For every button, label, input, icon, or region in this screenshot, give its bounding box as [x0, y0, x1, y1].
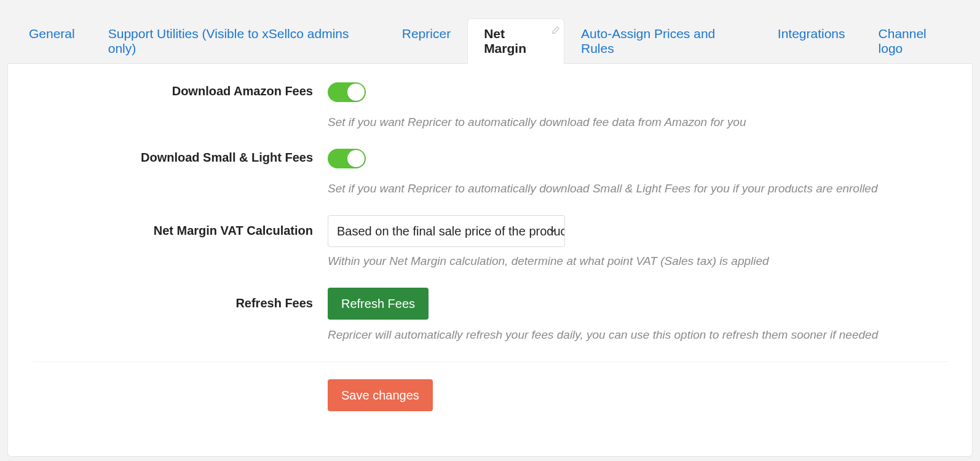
refresh-fees-button[interactable]: Refresh Fees: [328, 288, 429, 320]
tabs-bar: General Support Utilities (Visible to xS…: [0, 0, 980, 64]
tab-channel-logo[interactable]: Channel logo: [862, 18, 968, 64]
helper-download-small-light-fees: Set if you want Repricer to automaticall…: [328, 182, 947, 195]
select-vat-calc[interactable]: Based on the final sale price of the pro…: [328, 215, 565, 247]
label-vat-calc: Net Margin VAT Calculation: [154, 224, 313, 237]
tab-support-utilities[interactable]: Support Utilities (Visible to xSellco ad…: [92, 18, 385, 64]
helper-download-amazon-fees: Set if you want Repricer to automaticall…: [328, 116, 947, 129]
row-save: Save changes: [33, 379, 947, 411]
label-refresh-fees: Refresh Fees: [235, 296, 313, 310]
row-download-amazon-fees: Download Amazon Fees Set if you want Rep…: [33, 82, 947, 129]
tab-net-margin[interactable]: Net Margin: [467, 18, 564, 64]
save-button[interactable]: Save changes: [328, 379, 433, 411]
tab-integrations[interactable]: Integrations: [761, 18, 862, 64]
label-download-small-light-fees: Download Small & Light Fees: [141, 151, 313, 164]
helper-refresh-fees: Repricer will automatically refresh your…: [328, 328, 947, 342]
tab-net-margin-label: Net Margin: [484, 26, 526, 55]
tab-repricer[interactable]: Repricer: [385, 18, 467, 64]
divider: [33, 361, 947, 362]
helper-vat-calc: Within your Net Margin calculation, dete…: [328, 254, 947, 268]
toggle-download-small-light-fees[interactable]: [328, 149, 366, 168]
toggle-download-amazon-fees[interactable]: [328, 82, 366, 102]
pencil-icon: [551, 23, 560, 31]
tab-auto-assign[interactable]: Auto-Assign Prices and Rules: [564, 18, 761, 64]
label-download-amazon-fees: Download Amazon Fees: [172, 84, 313, 98]
row-refresh-fees: Refresh Fees Refresh Fees Repricer will …: [33, 288, 947, 342]
select-vat-calc-value: Based on the final sale price of the pro…: [337, 224, 565, 238]
settings-panel: Download Amazon Fees Set if you want Rep…: [7, 63, 973, 457]
row-vat-calc: Net Margin VAT Calculation Based on the …: [33, 215, 947, 268]
tab-general[interactable]: General: [12, 18, 92, 64]
row-download-small-light-fees: Download Small & Light Fees Set if you w…: [33, 149, 947, 195]
